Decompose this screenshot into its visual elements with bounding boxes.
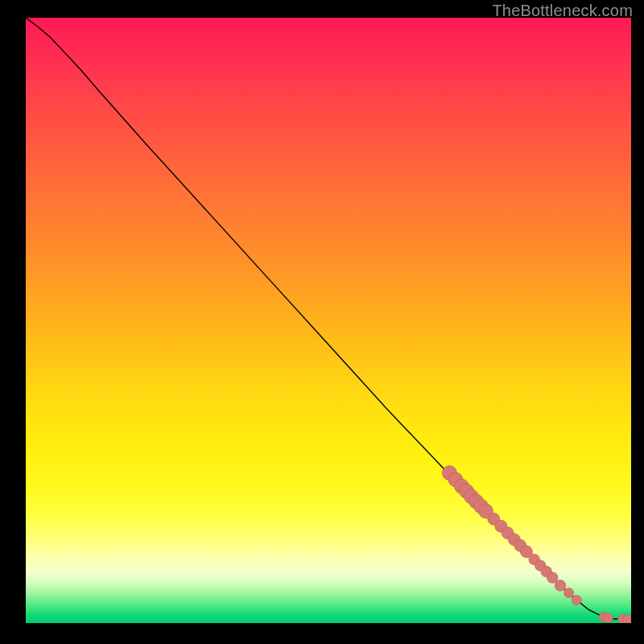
chart-marker <box>547 572 558 584</box>
chart-markers <box>442 465 631 623</box>
chart-marker <box>572 595 581 605</box>
chart-overlay-svg <box>26 18 631 623</box>
chart-curve <box>26 18 631 619</box>
chart-marker <box>564 588 574 597</box>
chart-marker <box>622 614 631 623</box>
chart-marker <box>555 580 566 592</box>
chart-marker <box>603 613 613 623</box>
plot-area <box>26 18 631 623</box>
chart-stage: TheBottleneck.com <box>0 0 644 644</box>
